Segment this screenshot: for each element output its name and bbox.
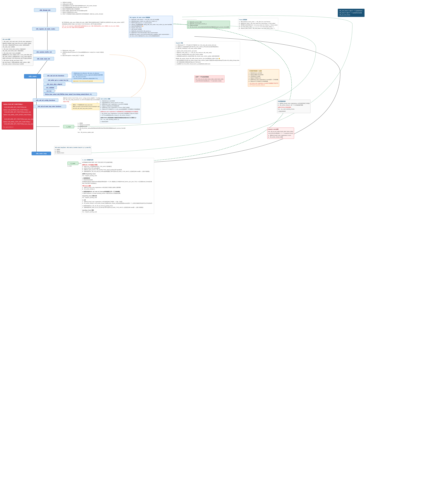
- node-s-main[interactable]: s_main: [63, 125, 74, 128]
- node-tw-timer-wheel-init[interactable]: TW (tw_timer_wheel_init) (TWT(tw_timer_w…: [44, 93, 97, 96]
- node-vlib-random-buffer-init[interactable]: vlib_random_buffer_init: [33, 50, 55, 54]
- node-vec-len[interactable]: vec_len: [44, 89, 54, 93]
- ann-right-dispatch: dispatch 详细 获取dispatch下一个节点的工作下面内容: func…: [175, 41, 240, 66]
- ann-config-functions: 根据VIB CONFIG FUNCTION(), 从VM ->config_fu…: [63, 97, 100, 102]
- ann-i1-main-label: i1_main: [67, 165, 72, 167]
- ann-main-process-right: 主处理线程流程 如果vlib_thread_main->registration…: [277, 100, 310, 113]
- ann-node-main-init: 初始化node_id,vlib_node 分配所有nodes的节点frame大小…: [61, 50, 107, 56]
- node-vlib-thread-init[interactable]: vlib_thread_init: [34, 8, 56, 12]
- ann-register-nodes: 每个寄存器vlib_node_main 3 初始化 vlib node 1 根据…: [62, 22, 125, 28]
- node-vlib-buffer-get-or-create-free-list[interactable]: vlib_buffer_get_or_create_free_list: [44, 79, 73, 82]
- diagram-container: vlib_thread_init vlib_register_all_stati…: [0, 0, 448, 499]
- tooltip-vlib-next-frame: vlib_next_frame 1: 指向下一个点的的frame vlib_fr…: [338, 9, 365, 17]
- node-vlib-call-all-main-loop-enter-functions[interactable]: vlib_call_all_main_loop_enter_functions: [33, 105, 66, 108]
- ann-start-workers: start_workers 流程 初始化thread_main结构体 初始化线程…: [100, 97, 141, 123]
- node-vlib-call-all-init-functions[interactable]: vlib_call_all_init_functions: [44, 74, 68, 77]
- node-vlib-main[interactable]: vlib_main: [24, 74, 41, 79]
- ann-worker-thread-details: 工作线程详细流程 / 主进程 初始化thread_main结构 初始化注册每个t…: [248, 69, 279, 87]
- ann-vlib-main-loop: vlib_main_loop (func : vlib_main_at_work…: [54, 146, 91, 155]
- node-vlib-register-all-static-nodes[interactable]: vlib_register_all_static_nodes: [32, 27, 59, 31]
- svg-line-13: [36, 60, 48, 75]
- node-i1-main[interactable]: i1_main: [67, 161, 78, 165]
- node-vec-validate[interactable]: vec_validate: [44, 86, 57, 89]
- ann-vlib-process-init: 初始化vlib_process_绑定 初始化vlib_process/func …: [187, 21, 230, 29]
- node-vlib-node-main-init[interactable]: vlib_node_main_init: [33, 57, 54, 61]
- ann-s-main: 按线程 初始化process的启动 开始初始化结构 vlib_all_proce…: [78, 122, 126, 133]
- ann-thread-init: 分配各CPU内存池 注册cpu的CPU缓冲区 初始化线程vlib main注册:…: [61, 2, 103, 15]
- tooltip-line-1: vlib_next_frame 1: 指向下一个点的的frame vlib_fr…: [339, 10, 363, 16]
- node-vlib-mem-alloc-aligned[interactable]: vlib_mem_alloc_aligned: [44, 82, 65, 86]
- ann-i1-main: i1_main 内部循环处理 处理每帧的任务执行循环: 包含了所有主要工作节点的…: [81, 158, 154, 214]
- ann-process-startup: 处理下一个节点的处理流程: func: vlib_set_all_nodes_f…: [194, 75, 224, 82]
- macro-definitions-box: #define VLIB_INIT_FUNCTION(x) \ VLIB_DEC…: [2, 102, 33, 129]
- ann-vlib-node-details: vlib_node 说明 1. vlib_node 1, vlib_node_m…: [2, 38, 33, 66]
- ann-call-all-init: 1. 初始化node_init_reference, vlib_trace_cl…: [72, 72, 104, 83]
- ann-dispatch-node: dispatch_node 处理 func: vlib_set_all_node…: [267, 128, 294, 139]
- ann-right-node-init: vlib_register_all_static_nodes 详细流程 初始化v…: [129, 16, 173, 38]
- ann-frame-handling: Frame 处理流程 将frame的next_frame_index = = v…: [238, 18, 278, 30]
- node-vlib-main-loop[interactable]: vlib_main_loop: [32, 152, 51, 155]
- node-vlib-call-all-config-functions[interactable]: vlib_call_all_config_functions: [33, 98, 58, 102]
